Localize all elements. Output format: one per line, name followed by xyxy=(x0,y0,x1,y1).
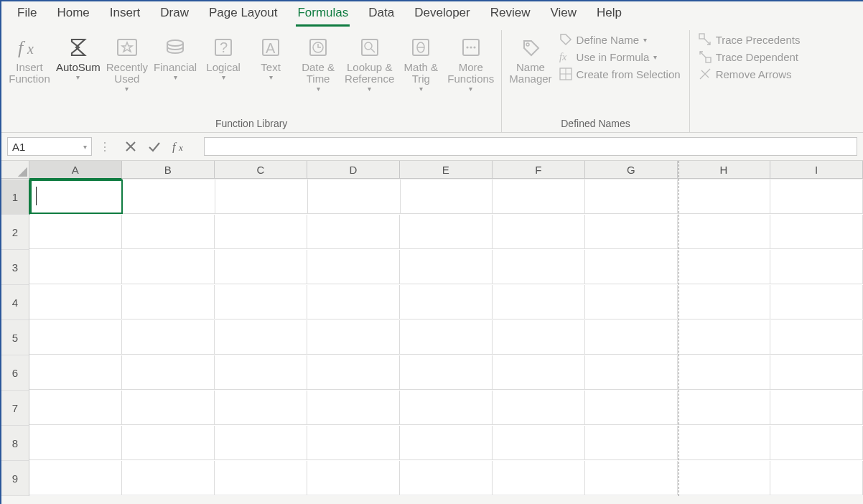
cell-H9[interactable] xyxy=(678,461,770,495)
cell-C5[interactable] xyxy=(215,320,307,355)
cell-B6[interactable] xyxy=(122,355,215,390)
cell-E7[interactable] xyxy=(400,391,493,425)
cell-E2[interactable] xyxy=(400,215,493,249)
cell-B8[interactable] xyxy=(122,426,215,460)
row-header-4[interactable]: 4 xyxy=(1,285,29,320)
cell-G5[interactable] xyxy=(585,320,678,355)
cancel-icon[interactable] xyxy=(125,141,136,152)
cell-A1[interactable] xyxy=(30,179,123,214)
cell-C8[interactable] xyxy=(215,426,307,460)
col-header-b[interactable]: B xyxy=(122,161,215,179)
cell-I3[interactable] xyxy=(770,250,863,284)
create-from-selection-button[interactable]: Create from Selection xyxy=(559,67,681,80)
cell-B9[interactable] xyxy=(122,461,215,495)
cell-I7[interactable] xyxy=(770,391,863,425)
cell-B2[interactable] xyxy=(122,215,215,249)
tab-help[interactable]: Help xyxy=(587,1,632,26)
cell-F6[interactable] xyxy=(493,355,585,390)
tab-draw[interactable]: Draw xyxy=(150,1,199,26)
tab-page-layout[interactable]: Page Layout xyxy=(199,1,287,26)
remove-arrows-button[interactable]: Remove Arrows xyxy=(699,67,801,80)
cell-D8[interactable] xyxy=(307,426,400,460)
cell-F1[interactable] xyxy=(493,179,585,214)
row-header-6[interactable]: 6 xyxy=(1,355,29,391)
cell-E6[interactable] xyxy=(400,355,493,390)
cell-F4[interactable] xyxy=(493,285,585,319)
row-header-7[interactable]: 7 xyxy=(1,391,29,426)
use-in-formula-button[interactable]: fx Use in Formula ▾ xyxy=(559,50,681,63)
tab-developer[interactable]: Developer xyxy=(404,1,480,26)
tab-formulas[interactable]: Formulas xyxy=(287,1,358,26)
row-header-9[interactable]: 9 xyxy=(1,461,29,496)
cell-F9[interactable] xyxy=(493,461,585,495)
cell-A5[interactable] xyxy=(29,320,122,355)
cell-C3[interactable] xyxy=(215,250,307,284)
fx-icon[interactable]: fx xyxy=(172,140,190,153)
col-header-e[interactable]: E xyxy=(400,161,493,179)
cell-B7[interactable] xyxy=(122,391,215,425)
cell-I1[interactable] xyxy=(770,179,863,214)
cell-C9[interactable] xyxy=(215,461,307,495)
cell-F3[interactable] xyxy=(493,250,585,284)
formula-input[interactable] xyxy=(204,137,857,156)
cell-E9[interactable] xyxy=(400,461,493,495)
cell-H6[interactable] xyxy=(678,355,770,390)
logical-button[interactable]: ? Logical ▾ xyxy=(200,30,247,81)
tab-review[interactable]: Review xyxy=(480,1,541,26)
cell-E1[interactable] xyxy=(401,179,493,214)
cell-C1[interactable] xyxy=(215,179,308,214)
col-header-i[interactable]: I xyxy=(770,161,863,179)
cell-C2[interactable] xyxy=(215,215,307,249)
cell-A9[interactable] xyxy=(29,461,122,495)
cell-D6[interactable] xyxy=(307,355,400,390)
cell-I8[interactable] xyxy=(770,426,863,460)
cell-D4[interactable] xyxy=(307,285,400,319)
cell-G9[interactable] xyxy=(585,461,678,495)
text-button[interactable]: A Text ▾ xyxy=(247,30,294,81)
tab-view[interactable]: View xyxy=(540,1,587,26)
date-time-button[interactable]: Date & Time ▾ xyxy=(294,30,342,93)
row-header-8[interactable]: 8 xyxy=(1,426,29,461)
tab-file[interactable]: File xyxy=(7,1,47,26)
row-header-5[interactable]: 5 xyxy=(1,320,29,355)
select-all-corner[interactable] xyxy=(1,161,29,179)
cell-G1[interactable] xyxy=(585,179,678,214)
lookup-reference-button[interactable]: Lookup & Reference ▾ xyxy=(342,30,397,93)
cell-I5[interactable] xyxy=(770,320,863,355)
cell-F8[interactable] xyxy=(493,426,585,460)
row-header-2[interactable]: 2 xyxy=(1,215,29,250)
col-header-d[interactable]: D xyxy=(307,161,400,179)
cell-D1[interactable] xyxy=(308,179,401,214)
col-header-h[interactable]: H xyxy=(678,161,770,179)
cell-A7[interactable] xyxy=(29,391,122,425)
cell-G3[interactable] xyxy=(585,250,678,284)
cell-C7[interactable] xyxy=(215,391,307,425)
cell-A3[interactable] xyxy=(29,250,122,284)
col-header-c[interactable]: C xyxy=(215,161,307,179)
col-header-a[interactable]: A xyxy=(29,161,122,179)
math-trig-button[interactable]: Math & Trig ▾ xyxy=(397,30,444,93)
cell-F7[interactable] xyxy=(493,391,585,425)
cell-A4[interactable] xyxy=(29,285,122,319)
define-name-button[interactable]: Define Name ▾ xyxy=(559,33,681,46)
cell-B1[interactable] xyxy=(123,179,215,214)
row-header-3[interactable]: 3 xyxy=(1,250,29,285)
cell-D3[interactable] xyxy=(307,250,400,284)
cell-B4[interactable] xyxy=(122,285,215,319)
cell-I4[interactable] xyxy=(770,285,863,319)
enter-icon[interactable] xyxy=(148,141,161,152)
cell-I9[interactable] xyxy=(770,461,863,495)
tab-home[interactable]: Home xyxy=(47,1,99,26)
more-options-icon[interactable]: ⋮ xyxy=(99,140,111,154)
cell-C6[interactable] xyxy=(215,355,307,390)
recently-used-button[interactable]: Recently Used ▾ xyxy=(103,30,151,93)
cell-I6[interactable] xyxy=(770,355,863,390)
cell-H2[interactable] xyxy=(678,215,770,249)
cell-F5[interactable] xyxy=(493,320,585,355)
row-header-1[interactable]: 1 xyxy=(1,179,30,215)
cell-I2[interactable] xyxy=(770,215,863,249)
cell-D5[interactable] xyxy=(307,320,400,355)
cell-C4[interactable] xyxy=(215,285,307,319)
cell-B3[interactable] xyxy=(122,250,215,284)
cell-H5[interactable] xyxy=(678,320,770,355)
